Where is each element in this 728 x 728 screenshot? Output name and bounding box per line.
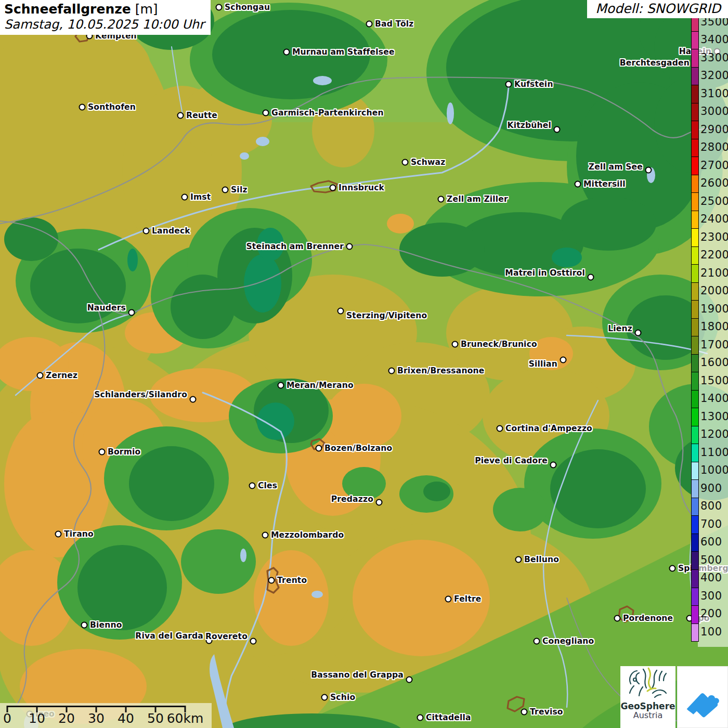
- city-label: Mezzolombardo: [271, 530, 344, 540]
- legend-segment: [692, 67, 698, 85]
- legend-segment: [692, 372, 698, 390]
- city-marker: [445, 596, 452, 603]
- legend-tick-label: 3100: [700, 85, 728, 103]
- city-marker: [316, 445, 322, 452]
- legend-segment: [692, 462, 698, 480]
- legend-tick-label: 2800: [700, 138, 728, 157]
- city-label: Cittadella: [426, 713, 471, 722]
- city-marker: [614, 615, 621, 622]
- legend-tick-label: 900: [700, 479, 722, 498]
- legend-segment: [692, 498, 698, 516]
- city-label: Zell am Ziller: [447, 194, 508, 204]
- city-marker: [190, 396, 197, 403]
- legend-tick-label: 2400: [700, 210, 728, 228]
- snowgrid-logo-box: [677, 666, 728, 728]
- legend-tick-label: 800: [700, 497, 722, 515]
- legend-segment: [692, 605, 698, 623]
- legend-segment: [692, 157, 698, 175]
- legend-tick-label: 1100: [700, 444, 728, 462]
- legend-segment: [692, 588, 698, 606]
- legend-segment: [692, 623, 698, 642]
- city-marker: [346, 243, 353, 250]
- city-marker: [515, 556, 522, 563]
- legend-segment: [692, 264, 698, 282]
- city-marker: [268, 577, 275, 584]
- legend-segment: [692, 551, 698, 569]
- city-label: Bruneck/Brunico: [461, 340, 537, 349]
- city-label: Matrei in Osttirol: [505, 268, 585, 278]
- geosphere-logo-box: GeoSphere Austria: [620, 666, 675, 728]
- city-marker: [560, 357, 567, 363]
- legend-segment: [692, 444, 698, 462]
- city-marker: [222, 187, 229, 193]
- legend-tick-label: 1600: [700, 354, 728, 372]
- legend-segment: [692, 534, 698, 552]
- city-label: Garmisch-Partenkirchen: [271, 108, 384, 118]
- city-label: Tirano: [64, 529, 94, 539]
- city-label: Conegliano: [542, 636, 594, 646]
- timestamp: Samstag, 10.05.2025 10:00 Uhr: [4, 17, 204, 32]
- legend-tick-label: 2600: [700, 174, 728, 192]
- legend-segment: [692, 515, 698, 534]
- legend-tick-label: 200: [700, 605, 722, 623]
- city-label: Schlanders/Silandro: [94, 390, 187, 399]
- legend-segment: [692, 85, 698, 103]
- city-marker: [417, 714, 424, 721]
- city-marker: [128, 309, 135, 316]
- legend-tick-label: 3200: [700, 67, 728, 85]
- city-label: Predazzo: [331, 495, 373, 504]
- city-label: Rovereto: [205, 632, 248, 641]
- legend-tick-label: 3000: [700, 102, 728, 121]
- legend-segment: [692, 426, 698, 444]
- legend-tick-label: 2100: [700, 264, 728, 282]
- city-label: Bormio: [108, 447, 140, 457]
- city-marker: [645, 167, 652, 174]
- city-label: Bad Tölz: [375, 19, 413, 29]
- city-marker: [669, 565, 676, 572]
- legend-segment: [692, 408, 698, 426]
- legend-segment: [692, 103, 698, 121]
- city-label: Berchtesgaden: [620, 58, 690, 68]
- title-box: Schneefallgrenze [m] Samstag, 10.05.2025…: [0, 0, 211, 35]
- city-marker: [452, 341, 459, 348]
- city-marker: [337, 308, 344, 315]
- city-marker: [216, 4, 223, 11]
- city-label: Sillian: [529, 359, 557, 369]
- geosphere-wordmark: GeoSphere: [620, 701, 675, 711]
- city-label: Reutte: [186, 111, 217, 120]
- city-label: Murnau am Staffelsee: [292, 47, 395, 57]
- legend-segment: [692, 479, 698, 498]
- city-label: Innsbruck: [339, 183, 384, 192]
- city-marker: [402, 159, 409, 166]
- legend-tick-label: 400: [700, 569, 722, 587]
- city-label: Cles: [258, 481, 277, 490]
- city-marker: [497, 425, 503, 432]
- city-label: Pieve di Cadore: [475, 456, 548, 465]
- city-label: Feltre: [454, 594, 482, 604]
- legend-tick-label: 3400: [700, 31, 728, 49]
- city-marker: [376, 499, 383, 506]
- city-label: Pordenone: [623, 614, 673, 623]
- legend-segment: [692, 192, 698, 211]
- legend-tick-label: 1500: [700, 372, 728, 390]
- legend-tick-label: 2000: [700, 282, 728, 300]
- legend-segment: [692, 390, 698, 408]
- legend-segment: [692, 49, 698, 67]
- city-marker: [321, 694, 328, 701]
- city-marker: [263, 110, 269, 116]
- title-text: Schneefallgrenze: [4, 2, 131, 17]
- legend-tick-label: 1900: [700, 300, 728, 318]
- city-label: Sterzing/Vipiteno: [346, 311, 427, 320]
- city-label: Nauders: [87, 303, 126, 313]
- city-label: Bozen/Bolzano: [324, 444, 392, 453]
- city-label: Meran/Merano: [287, 381, 354, 390]
- city-marker: [177, 112, 184, 119]
- city-marker: [388, 368, 395, 374]
- city-marker: [550, 462, 557, 469]
- legend-colorbar: [691, 13, 699, 642]
- city-label: Landeck: [152, 226, 190, 236]
- city-label: Bassano del Grappa: [311, 670, 404, 680]
- legend-tick-label: 2200: [700, 246, 728, 264]
- legend-segment: [692, 121, 698, 139]
- city-layer: SchongauBad TölzKemptenMurnau am Staffel…: [0, 0, 728, 728]
